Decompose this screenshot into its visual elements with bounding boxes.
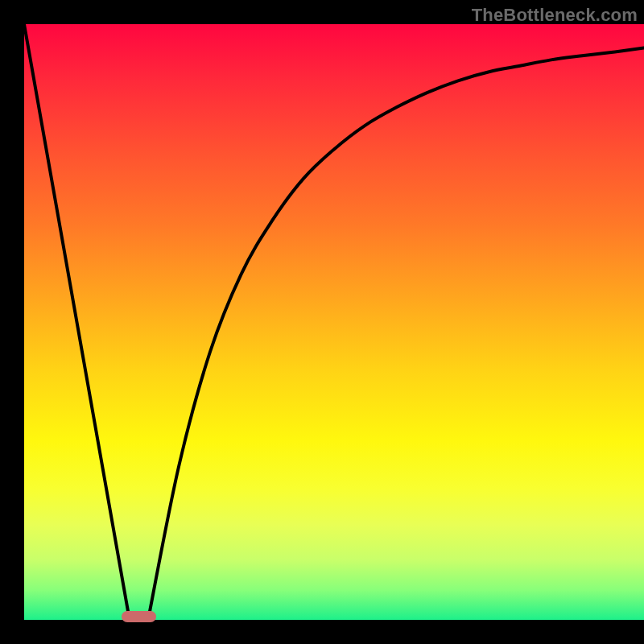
curves-svg bbox=[24, 24, 644, 620]
watermark-text: TheBottleneck.com bbox=[472, 5, 638, 26]
curve-left-limb bbox=[24, 24, 130, 620]
curve-right-limb bbox=[148, 48, 644, 620]
chart-frame: TheBottleneck.com bbox=[0, 0, 644, 644]
plot-area bbox=[24, 24, 644, 620]
bottleneck-marker bbox=[122, 611, 155, 622]
